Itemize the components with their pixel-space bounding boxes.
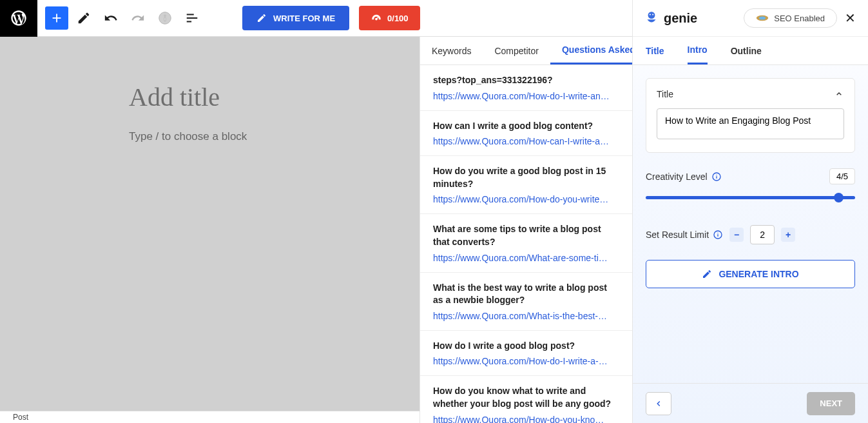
question-link[interactable]: https://www.Quora.com/How-do-you-write… <box>433 194 619 204</box>
question-title: How do you write a good blog post in 15 … <box>433 165 619 190</box>
redo-button <box>126 6 149 30</box>
question-link[interactable]: https://www.Quora.com/How-can-I-write-a… <box>433 136 619 146</box>
question-item: What is the best way to write a blog pos… <box>420 273 632 331</box>
question-title: What is the best way to write a blog pos… <box>433 282 619 307</box>
result-limit-label: Set Result Limit <box>646 230 723 240</box>
question-item: How do you write a good blog post in 15 … <box>420 156 632 214</box>
next-button[interactable]: NEXT <box>807 392 855 415</box>
question-link[interactable]: https://www.Quora.com/How-do-I-write-a-… <box>433 356 619 366</box>
title-card-label: Title <box>657 89 673 99</box>
tab-competitor[interactable]: Competitor <box>483 37 550 64</box>
svg-point-6 <box>652 14 653 15</box>
decrease-button[interactable]: − <box>729 228 744 242</box>
add-block-button[interactable] <box>45 6 68 30</box>
generate-intro-button[interactable]: GENERATE INTRO <box>646 260 855 288</box>
undo-button[interactable] <box>99 6 122 30</box>
question-title: How do I write a good blog post? <box>433 340 619 353</box>
question-title: steps?top_ans=331322196? <box>433 74 619 87</box>
seo-enabled-pill[interactable]: SEO Enabled <box>744 8 837 28</box>
edit-icon[interactable] <box>72 6 95 30</box>
info-icon[interactable] <box>713 230 723 240</box>
title-input[interactable] <box>657 108 844 139</box>
seo-score-value: 0/100 <box>387 14 409 23</box>
question-item: How can I write a good blog content?http… <box>420 111 632 157</box>
right-tab-outline[interactable]: Outline <box>731 37 762 64</box>
right-tab-intro[interactable]: Intro <box>688 37 708 64</box>
question-title: How can I write a good blog content? <box>433 120 619 133</box>
outline-view-icon[interactable] <box>180 6 204 30</box>
genie-logo: genie <box>643 10 697 26</box>
svg-point-4 <box>648 12 655 19</box>
seo-score-badge[interactable]: 0/100 <box>359 6 420 30</box>
prev-button[interactable] <box>646 392 671 415</box>
status-bar: Post <box>0 411 420 423</box>
close-panel-button[interactable]: ✕ <box>845 12 858 25</box>
svg-point-5 <box>650 14 651 15</box>
status-text: Post <box>13 413 28 422</box>
svg-point-11 <box>716 174 717 175</box>
chevron-up-icon[interactable] <box>834 89 844 99</box>
creativity-slider[interactable] <box>646 196 855 199</box>
question-item: What are some tips to write a blog post … <box>420 214 632 272</box>
seo-pill-label: SEO Enabled <box>774 14 825 23</box>
right-tab-title[interactable]: Title <box>646 37 664 64</box>
generate-label: GENERATE INTRO <box>719 269 798 279</box>
svg-point-8 <box>759 17 766 20</box>
write-for-me-button[interactable]: WRITE FOR ME <box>242 6 349 30</box>
tab-keywords[interactable]: Keywords <box>420 37 483 64</box>
question-link[interactable]: https://www.Quora.com/How-do-you-kno… <box>433 415 619 423</box>
question-item: How do I write a good blog post?https://… <box>420 331 632 377</box>
increase-button[interactable]: + <box>781 228 795 242</box>
write-for-me-label: WRITE FOR ME <box>273 14 335 23</box>
creativity-value: 4/5 <box>829 168 855 184</box>
genie-brand-text: genie <box>664 11 697 26</box>
editor-overlay <box>0 37 420 411</box>
result-limit-input[interactable] <box>750 225 775 244</box>
question-item: steps?top_ans=331322196?https://www.Quor… <box>420 65 632 111</box>
question-link[interactable]: https://www.Quora.com/How-do-I-write-an… <box>433 91 619 101</box>
question-title: How do you know what to write and whethe… <box>433 385 619 410</box>
info-icon[interactable] <box>711 172 722 182</box>
question-item: How do you know what to write and whethe… <box>420 376 632 423</box>
info-icon[interactable] <box>153 6 177 30</box>
wordpress-logo[interactable] <box>0 0 37 37</box>
slider-thumb[interactable] <box>834 193 844 202</box>
creativity-label: Creativity Level <box>646 172 722 182</box>
question-link[interactable]: https://www.Quora.com/What-is-the-best-… <box>433 311 619 321</box>
question-title: What are some tips to write a blog post … <box>433 223 619 248</box>
svg-point-14 <box>717 233 718 233</box>
next-label: NEXT <box>820 398 842 408</box>
question-link[interactable]: https://www.Quora.com/What-are-some-ti… <box>433 253 619 263</box>
